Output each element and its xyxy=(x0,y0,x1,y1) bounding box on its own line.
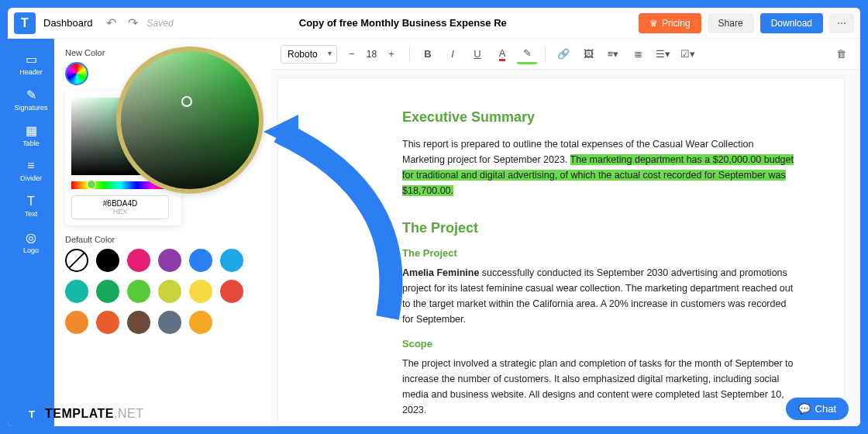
default-color-label: Default Color xyxy=(65,235,260,244)
document-canvas[interactable]: Executive Summary This report is prepare… xyxy=(277,78,845,426)
format-toolbar: Roboto − 18 + B I U A ✎ 🔗 🖼 ≡▾ ≣ ☰▾ ☑▾ 🗑 xyxy=(271,39,860,70)
logo-icon: ◎ xyxy=(26,230,36,245)
sidebar-item-logo[interactable]: ◎Logo xyxy=(12,225,50,259)
decrease-size-button[interactable]: − xyxy=(342,44,362,64)
hue-thumb[interactable] xyxy=(87,180,96,189)
font-select[interactable]: Roboto xyxy=(281,45,337,64)
bullet-list-button[interactable]: ☰▾ xyxy=(653,44,673,64)
swatch[interactable] xyxy=(65,280,88,303)
align-button[interactable]: ≡▾ xyxy=(603,44,623,64)
redo-icon[interactable]: ↷ xyxy=(126,16,141,31)
swatch[interactable] xyxy=(127,249,150,272)
table-icon: ▦ xyxy=(26,123,37,138)
swatch[interactable] xyxy=(96,280,119,303)
saved-status: Saved xyxy=(147,18,174,29)
text-icon: T xyxy=(27,195,35,208)
more-button[interactable]: ⋯ xyxy=(829,13,854,33)
bold-button[interactable]: B xyxy=(418,44,438,64)
sidebar-item-table[interactable]: ▦Table xyxy=(12,118,50,152)
font-size-value[interactable]: 18 xyxy=(367,49,377,60)
swatch[interactable] xyxy=(220,280,243,303)
app-logo[interactable]: T xyxy=(14,12,36,34)
swatch[interactable] xyxy=(158,311,181,334)
increase-size-button[interactable]: + xyxy=(381,44,401,64)
chat-icon: 💬 xyxy=(798,403,811,415)
swatch[interactable] xyxy=(189,311,212,334)
numbered-list-button[interactable]: ≣ xyxy=(628,44,648,64)
subheading-scope[interactable]: Scope xyxy=(402,338,797,350)
image-button[interactable]: 🖼 xyxy=(578,44,598,64)
picker-cursor-icon xyxy=(181,96,192,107)
editor-area: Roboto − 18 + B I U A ✎ 🔗 🖼 ≡▾ ≣ ☰▾ ☑▾ 🗑 xyxy=(271,39,860,426)
swatch-none[interactable] xyxy=(65,249,88,272)
swatch[interactable] xyxy=(189,280,212,303)
delete-button[interactable]: 🗑 xyxy=(831,44,851,64)
heading-executive-summary[interactable]: Executive Summary xyxy=(402,109,797,126)
text-color-button[interactable]: A xyxy=(492,44,512,64)
swatch[interactable] xyxy=(189,249,212,272)
sidebar-item-header[interactable]: ▭Header xyxy=(12,46,50,81)
highlight-color-button[interactable]: ✎ xyxy=(517,44,537,64)
brand-watermark: T TEMPLATE.NET xyxy=(23,405,143,422)
link-button[interactable]: 🔗 xyxy=(553,44,574,64)
swatch[interactable] xyxy=(96,249,119,272)
crown-icon: ♛ xyxy=(649,18,658,29)
paragraph[interactable]: The project involved a strategic plan an… xyxy=(402,356,797,418)
swatch[interactable] xyxy=(127,311,150,334)
topbar: T Dashboard ↶ ↷ Saved Copy of free Month… xyxy=(8,8,860,39)
heading-the-project[interactable]: The Project xyxy=(402,220,797,236)
paragraph[interactable]: This report is prepared to outline the t… xyxy=(402,136,797,198)
swatch[interactable] xyxy=(96,311,119,334)
swatch[interactable] xyxy=(220,249,243,272)
subheading-the-project[interactable]: The Project xyxy=(402,247,797,259)
hue-wheel[interactable] xyxy=(65,62,88,85)
sidebar-item-divider[interactable]: ≡Divider xyxy=(12,153,50,188)
magnifier-overlay xyxy=(116,46,264,194)
undo-icon[interactable]: ↶ xyxy=(104,16,119,31)
header-icon: ▭ xyxy=(26,52,37,67)
chat-button[interactable]: 💬Chat xyxy=(786,398,849,420)
sidebar-item-text[interactable]: TText xyxy=(12,189,50,223)
swatch[interactable] xyxy=(65,311,88,334)
swatch-grid xyxy=(65,249,259,334)
checklist-button[interactable]: ☑▾ xyxy=(677,44,698,64)
paragraph[interactable]: Amelia Feminine successfully conducted i… xyxy=(402,265,797,327)
italic-button[interactable]: I xyxy=(443,44,463,64)
hex-input[interactable]: #6BDA4D HEX xyxy=(71,195,169,219)
divider-icon: ≡ xyxy=(27,159,34,173)
download-button[interactable]: Download xyxy=(760,13,823,33)
sidebar: ▭Header ✎Signatures ▦Table ≡Divider TTex… xyxy=(8,39,54,426)
underline-button[interactable]: U xyxy=(467,44,487,64)
dashboard-link[interactable]: Dashboard xyxy=(43,17,93,29)
brand-logo-icon: T xyxy=(23,405,40,422)
document-title[interactable]: Copy of free Monthly Business Expense Re xyxy=(174,17,632,29)
swatch[interactable] xyxy=(158,280,181,303)
swatch[interactable] xyxy=(127,280,150,303)
pricing-button[interactable]: ♛Pricing xyxy=(639,13,701,33)
swatch[interactable] xyxy=(158,249,181,272)
signature-icon: ✎ xyxy=(26,88,36,102)
share-button[interactable]: Share xyxy=(708,13,754,33)
sidebar-item-signatures[interactable]: ✎Signatures xyxy=(12,82,50,116)
